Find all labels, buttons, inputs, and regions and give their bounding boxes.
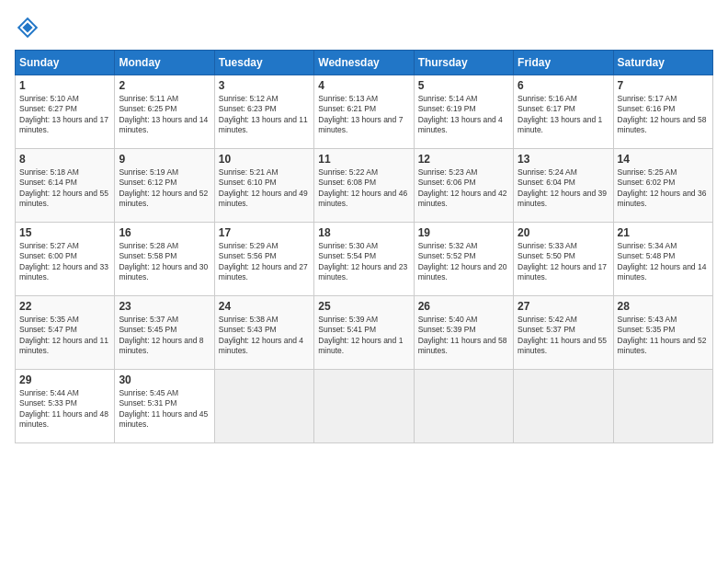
day-cell: 23Sunrise: 5:37 AMSunset: 5:45 PMDayligh… bbox=[115, 296, 214, 370]
day-number: 21 bbox=[618, 226, 709, 239]
day-cell: 17Sunrise: 5:29 AMSunset: 5:56 PMDayligh… bbox=[214, 223, 313, 296]
day-info: Sunrise: 5:42 AMSunset: 5:37 PMDaylight:… bbox=[518, 315, 609, 357]
day-cell: 2Sunrise: 5:11 AMSunset: 6:25 PMDaylight… bbox=[115, 75, 214, 149]
col-tuesday: Tuesday bbox=[214, 51, 313, 75]
logo-icon bbox=[15, 15, 40, 40]
day-info: Sunrise: 5:44 AMSunset: 5:33 PMDaylight:… bbox=[19, 388, 110, 431]
day-info: Sunrise: 5:14 AMSunset: 6:19 PMDaylight:… bbox=[418, 94, 509, 136]
day-cell: 21Sunrise: 5:34 AMSunset: 5:48 PMDayligh… bbox=[613, 223, 712, 296]
day-number: 12 bbox=[418, 153, 509, 166]
calendar-table: Sunday Monday Tuesday Wednesday Thursday… bbox=[15, 50, 713, 443]
day-info: Sunrise: 5:34 AMSunset: 5:48 PMDaylight:… bbox=[618, 241, 709, 283]
day-cell: 4Sunrise: 5:13 AMSunset: 6:21 PMDaylight… bbox=[314, 75, 414, 149]
day-info: Sunrise: 5:32 AMSunset: 5:52 PMDaylight:… bbox=[418, 241, 509, 283]
day-number: 3 bbox=[219, 79, 310, 92]
day-cell: 1Sunrise: 5:10 AMSunset: 6:27 PMDaylight… bbox=[16, 75, 115, 149]
day-cell: 16Sunrise: 5:28 AMSunset: 5:58 PMDayligh… bbox=[115, 223, 214, 296]
day-number: 7 bbox=[618, 79, 709, 92]
day-number: 9 bbox=[119, 153, 210, 166]
page-header bbox=[15, 15, 713, 40]
day-info: Sunrise: 5:22 AMSunset: 6:08 PMDaylight:… bbox=[318, 167, 409, 210]
day-cell bbox=[613, 370, 712, 443]
page-container: Sunday Monday Tuesday Wednesday Thursday… bbox=[0, 0, 728, 451]
day-info: Sunrise: 5:33 AMSunset: 5:50 PMDaylight:… bbox=[518, 241, 609, 283]
day-cell: 6Sunrise: 5:16 AMSunset: 6:17 PMDaylight… bbox=[514, 75, 613, 149]
day-info: Sunrise: 5:23 AMSunset: 6:06 PMDaylight:… bbox=[418, 167, 509, 210]
day-number: 30 bbox=[119, 373, 210, 386]
day-number: 25 bbox=[318, 300, 409, 313]
day-info: Sunrise: 5:29 AMSunset: 5:56 PMDaylight:… bbox=[219, 241, 310, 283]
day-cell: 5Sunrise: 5:14 AMSunset: 6:19 PMDaylight… bbox=[414, 75, 513, 149]
day-info: Sunrise: 5:21 AMSunset: 6:10 PMDaylight:… bbox=[219, 167, 310, 210]
day-cell bbox=[414, 370, 513, 443]
day-number: 20 bbox=[518, 226, 609, 239]
col-monday: Monday bbox=[115, 51, 214, 75]
day-number: 26 bbox=[418, 300, 509, 313]
day-cell bbox=[514, 370, 613, 443]
day-number: 28 bbox=[618, 300, 709, 313]
day-cell: 7Sunrise: 5:17 AMSunset: 6:16 PMDaylight… bbox=[613, 75, 712, 149]
day-cell: 29Sunrise: 5:44 AMSunset: 5:33 PMDayligh… bbox=[16, 370, 115, 443]
day-cell: 30Sunrise: 5:45 AMSunset: 5:31 PMDayligh… bbox=[115, 370, 214, 443]
day-info: Sunrise: 5:30 AMSunset: 5:54 PMDaylight:… bbox=[318, 241, 409, 283]
day-cell: 13Sunrise: 5:24 AMSunset: 6:04 PMDayligh… bbox=[514, 149, 613, 223]
col-thursday: Thursday bbox=[414, 51, 513, 75]
day-info: Sunrise: 5:16 AMSunset: 6:17 PMDaylight:… bbox=[518, 94, 609, 136]
day-number: 18 bbox=[318, 226, 409, 239]
day-number: 27 bbox=[518, 300, 609, 313]
day-cell: 3Sunrise: 5:12 AMSunset: 6:23 PMDaylight… bbox=[214, 75, 313, 149]
day-info: Sunrise: 5:35 AMSunset: 5:47 PMDaylight:… bbox=[19, 315, 110, 357]
day-cell: 19Sunrise: 5:32 AMSunset: 5:52 PMDayligh… bbox=[414, 223, 513, 296]
day-info: Sunrise: 5:19 AMSunset: 6:12 PMDaylight:… bbox=[119, 167, 210, 210]
day-cell: 11Sunrise: 5:22 AMSunset: 6:08 PMDayligh… bbox=[314, 149, 414, 223]
day-cell: 24Sunrise: 5:38 AMSunset: 5:43 PMDayligh… bbox=[214, 296, 313, 370]
day-cell: 25Sunrise: 5:39 AMSunset: 5:41 PMDayligh… bbox=[314, 296, 414, 370]
col-wednesday: Wednesday bbox=[314, 51, 414, 75]
day-number: 16 bbox=[119, 226, 210, 239]
day-info: Sunrise: 5:18 AMSunset: 6:14 PMDaylight:… bbox=[19, 167, 110, 210]
day-info: Sunrise: 5:43 AMSunset: 5:35 PMDaylight:… bbox=[618, 315, 709, 357]
day-cell: 8Sunrise: 5:18 AMSunset: 6:14 PMDaylight… bbox=[16, 149, 115, 223]
day-number: 4 bbox=[318, 79, 409, 92]
day-number: 6 bbox=[518, 79, 609, 92]
day-number: 2 bbox=[119, 79, 210, 92]
day-cell: 10Sunrise: 5:21 AMSunset: 6:10 PMDayligh… bbox=[214, 149, 313, 223]
day-info: Sunrise: 5:24 AMSunset: 6:04 PMDaylight:… bbox=[518, 167, 609, 210]
day-info: Sunrise: 5:28 AMSunset: 5:58 PMDaylight:… bbox=[119, 241, 210, 283]
day-cell: 12Sunrise: 5:23 AMSunset: 6:06 PMDayligh… bbox=[414, 149, 513, 223]
day-cell bbox=[314, 370, 414, 443]
day-info: Sunrise: 5:40 AMSunset: 5:39 PMDaylight:… bbox=[418, 315, 509, 357]
day-cell: 22Sunrise: 5:35 AMSunset: 5:47 PMDayligh… bbox=[16, 296, 115, 370]
day-number: 17 bbox=[219, 226, 310, 239]
week-row-3: 15Sunrise: 5:27 AMSunset: 6:00 PMDayligh… bbox=[16, 223, 713, 296]
day-cell: 27Sunrise: 5:42 AMSunset: 5:37 PMDayligh… bbox=[514, 296, 613, 370]
day-number: 22 bbox=[19, 300, 110, 313]
day-cell: 14Sunrise: 5:25 AMSunset: 6:02 PMDayligh… bbox=[613, 149, 712, 223]
day-cell: 20Sunrise: 5:33 AMSunset: 5:50 PMDayligh… bbox=[514, 223, 613, 296]
day-info: Sunrise: 5:45 AMSunset: 5:31 PMDaylight:… bbox=[119, 388, 210, 431]
week-row-2: 8Sunrise: 5:18 AMSunset: 6:14 PMDaylight… bbox=[16, 149, 713, 223]
day-number: 13 bbox=[518, 153, 609, 166]
day-info: Sunrise: 5:13 AMSunset: 6:21 PMDaylight:… bbox=[318, 94, 409, 136]
day-number: 19 bbox=[418, 226, 509, 239]
week-row-1: 1Sunrise: 5:10 AMSunset: 6:27 PMDaylight… bbox=[16, 75, 713, 149]
day-info: Sunrise: 5:38 AMSunset: 5:43 PMDaylight:… bbox=[219, 315, 310, 357]
day-cell: 9Sunrise: 5:19 AMSunset: 6:12 PMDaylight… bbox=[115, 149, 214, 223]
day-cell: 15Sunrise: 5:27 AMSunset: 6:00 PMDayligh… bbox=[16, 223, 115, 296]
day-number: 8 bbox=[19, 153, 110, 166]
col-friday: Friday bbox=[514, 51, 613, 75]
day-cell: 26Sunrise: 5:40 AMSunset: 5:39 PMDayligh… bbox=[414, 296, 513, 370]
day-info: Sunrise: 5:37 AMSunset: 5:45 PMDaylight:… bbox=[119, 315, 210, 357]
day-number: 5 bbox=[418, 79, 509, 92]
header-row: Sunday Monday Tuesday Wednesday Thursday… bbox=[16, 51, 713, 75]
day-info: Sunrise: 5:17 AMSunset: 6:16 PMDaylight:… bbox=[618, 94, 709, 136]
day-number: 29 bbox=[19, 373, 110, 386]
week-row-5: 29Sunrise: 5:44 AMSunset: 5:33 PMDayligh… bbox=[16, 370, 713, 443]
day-info: Sunrise: 5:25 AMSunset: 6:02 PMDaylight:… bbox=[618, 167, 709, 210]
day-cell: 18Sunrise: 5:30 AMSunset: 5:54 PMDayligh… bbox=[314, 223, 414, 296]
day-number: 1 bbox=[19, 79, 110, 92]
logo bbox=[15, 15, 44, 40]
day-cell bbox=[214, 370, 313, 443]
col-sunday: Sunday bbox=[16, 51, 115, 75]
day-number: 10 bbox=[219, 153, 310, 166]
